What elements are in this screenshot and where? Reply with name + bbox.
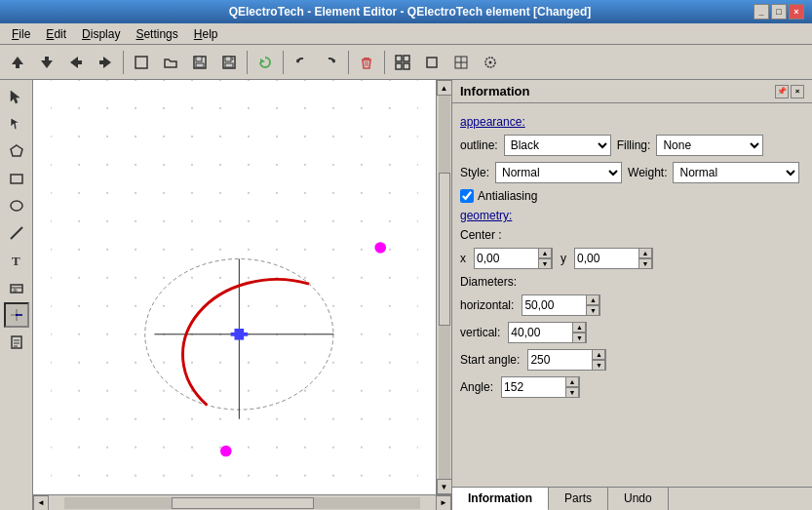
x-input[interactable] [475, 249, 538, 268]
vertical-spinbox-up[interactable]: ▲ [572, 322, 586, 333]
angle-spinbox[interactable]: ▲ ▼ [501, 376, 580, 398]
start-angle-spinbox[interactable]: ▲ ▼ [527, 349, 606, 371]
vertical-scrollbar[interactable]: ▲ ▼ [436, 80, 451, 494]
left-toolbox: T ⊕ [0, 80, 33, 510]
tool-rect[interactable] [4, 166, 29, 191]
panel-controls[interactable]: 📌 × [775, 85, 804, 98]
toolbar-delete[interactable] [353, 49, 380, 76]
antialiasing-checkbox[interactable] [460, 189, 474, 203]
maximize-button[interactable]: □ [771, 4, 787, 20]
control-point-2[interactable] [220, 446, 232, 457]
scroll-down-button[interactable]: ▼ [437, 479, 452, 494]
svg-rect-7 [99, 60, 103, 64]
menu-help[interactable]: Help [186, 25, 226, 43]
tab-information[interactable]: Information [452, 488, 549, 510]
start-angle-spinbox-down[interactable]: ▼ [592, 360, 605, 371]
toolbar-save-as[interactable]: + [215, 49, 243, 76]
angle-spinbox-up[interactable]: ▲ [565, 376, 579, 387]
x-spinbox[interactable]: ▲ ▼ [474, 248, 553, 269]
horizontal-spinbox-up[interactable]: ▲ [586, 294, 599, 305]
window-controls[interactable]: _ □ × [754, 4, 804, 20]
panel-pin[interactable]: 📌 [775, 85, 789, 98]
tool-terminal[interactable]: ⊕ [4, 275, 29, 300]
drawing-canvas[interactable]: // Grid dots will be drawn inline below [33, 80, 436, 494]
tab-parts[interactable]: Parts [549, 488, 608, 510]
angle-input[interactable] [502, 377, 565, 397]
start-angle-spinbox-up[interactable]: ▲ [592, 349, 605, 360]
vertical-spinbox-down[interactable]: ▼ [572, 333, 586, 343]
tab-undo[interactable]: Undo [608, 488, 669, 510]
svg-marker-16 [260, 59, 265, 63]
svg-point-37 [11, 201, 22, 211]
y-input[interactable] [575, 249, 638, 268]
y-spinbox[interactable]: ▲ ▼ [574, 248, 653, 269]
menu-display[interactable]: Display [74, 25, 128, 43]
horizontal-spinbox-down[interactable]: ▼ [586, 305, 599, 316]
toolbar-left[interactable] [62, 49, 90, 76]
toolbar-right[interactable] [92, 49, 119, 76]
tool-line[interactable] [4, 220, 29, 246]
start-angle-spinbox-btns: ▲ ▼ [592, 349, 605, 371]
weight-select[interactable]: Normal Thin Thick [673, 162, 799, 183]
tool-info[interactable] [4, 330, 29, 355]
tool-arc[interactable] [4, 302, 29, 328]
scroll-right-button[interactable]: ► [436, 495, 451, 511]
style-select[interactable]: Normal Dashed Dotted [495, 162, 622, 183]
filling-select[interactable]: None Black White Red [656, 135, 763, 156]
canvas-svg: // Grid dots will be drawn inline below [33, 80, 436, 494]
tool-select[interactable] [4, 84, 29, 109]
toolbar-collapse[interactable] [418, 49, 445, 76]
menu-settings[interactable]: Settings [128, 25, 185, 43]
hscroll-track[interactable] [64, 497, 420, 509]
toolbar-undo[interactable] [288, 49, 315, 76]
scroll-track[interactable] [439, 96, 450, 479]
toolbar-center[interactable] [477, 49, 504, 76]
outline-select[interactable]: Black White Red None [504, 135, 611, 156]
toolbar-open[interactable] [157, 49, 184, 76]
tool-ellipse[interactable] [4, 193, 29, 218]
appearance-section-label: appearance: [460, 115, 804, 129]
toolbar-expand[interactable] [389, 49, 416, 76]
svg-rect-23 [396, 56, 402, 61]
close-button[interactable]: × [789, 4, 804, 20]
horizontal-scrollbar[interactable]: ◄ ► [33, 494, 451, 510]
scroll-thumb[interactable] [439, 173, 450, 326]
panel-close[interactable]: × [791, 85, 804, 98]
horizontal-input[interactable] [522, 295, 586, 315]
y-spinbox-btns: ▲ ▼ [638, 248, 652, 269]
tool-text[interactable]: T [4, 248, 29, 273]
svg-rect-26 [404, 63, 409, 69]
toolbar-redo[interactable] [317, 49, 344, 76]
hscroll-thumb[interactable] [172, 497, 314, 509]
y-spinbox-down[interactable]: ▼ [638, 258, 652, 269]
scroll-left-button[interactable]: ◄ [33, 495, 49, 511]
angle-spinbox-down[interactable]: ▼ [565, 387, 579, 398]
start-angle-input[interactable] [528, 350, 592, 370]
toolbar-zoom-fit[interactable] [447, 49, 475, 76]
control-point-1[interactable] [374, 242, 386, 254]
x-spinbox-up[interactable]: ▲ [538, 248, 552, 258]
svg-marker-33 [11, 91, 19, 103]
style-row: Style: Normal Dashed Dotted Weight: Norm… [460, 162, 804, 183]
center-row: Center : [460, 228, 804, 242]
vertical-spinbox[interactable]: ▲ ▼ [508, 322, 587, 343]
tool-arrow[interactable] [4, 111, 29, 137]
minimize-button[interactable]: _ [754, 4, 769, 20]
scroll-up-button[interactable]: ▲ [437, 80, 452, 96]
svg-rect-10 [196, 57, 202, 61]
toolbar-up[interactable] [4, 49, 31, 76]
outline-label: outline: [460, 138, 498, 152]
toolbar-down[interactable] [33, 49, 60, 76]
vertical-input[interactable] [509, 323, 572, 342]
svg-rect-14 [225, 63, 233, 67]
tool-polygon[interactable] [4, 138, 29, 164]
toolbar-save[interactable] [186, 49, 213, 76]
menu-file[interactable]: File [4, 25, 38, 43]
panel-title: Information [460, 84, 530, 98]
y-spinbox-up[interactable]: ▲ [638, 248, 652, 258]
menu-edit[interactable]: Edit [38, 25, 74, 43]
toolbar-new[interactable] [128, 49, 155, 76]
horizontal-spinbox[interactable]: ▲ ▼ [522, 294, 600, 316]
x-spinbox-down[interactable]: ▼ [538, 258, 552, 269]
toolbar-refresh[interactable] [251, 49, 279, 76]
